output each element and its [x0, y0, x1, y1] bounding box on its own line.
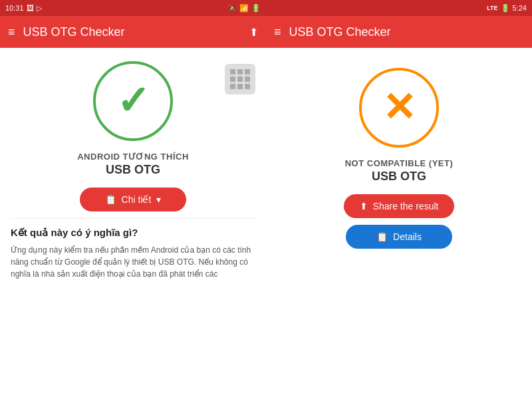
right-app-bar: ≡ USB OTG Checker [266, 16, 532, 48]
grid-dot [237, 69, 243, 74]
left-content: ✓ ANDROID Tương thích USB OTG 📋 Chi tiết… [0, 48, 266, 399]
grid-dot [245, 69, 250, 74]
right-content: ✕ NOT COMPATIBLE (YET) USB OTG ⬆ Share t… [266, 48, 532, 399]
left-status-time: 10:31 🖼 ▷ [5, 4, 42, 13]
share-btn-icon: ⬆ [360, 201, 368, 211]
left-app-bar: ≡ USB OTG Checker ⬆ [0, 16, 266, 48]
right-phone-panel: LTE 🔋 5:24 ≡ USB OTG Checker ✕ NOT COMPA… [266, 0, 532, 399]
left-time: 10:31 [5, 4, 24, 12]
left-result-line1: ANDROID Tương thích [77, 152, 189, 162]
checkmark-icon: ✓ [116, 81, 150, 121]
left-hamburger-icon[interactable]: ≡ [8, 25, 15, 39]
left-app-title: USB OTG Checker [23, 25, 241, 39]
left-share-icon[interactable]: ⬆ [249, 26, 258, 39]
right-battery-icon: 🔋 [501, 4, 510, 13]
right-status-right: LTE 🔋 5:24 [487, 4, 527, 13]
right-status-bar: LTE 🔋 5:24 [266, 0, 532, 16]
grid-dot [245, 76, 250, 82]
left-description-title: Kết quả này có ý nghĩa gì? [11, 227, 255, 239]
share-btn-label: Share the result [373, 201, 439, 211]
grid-dot [237, 84, 243, 89]
right-app-title: USB OTG Checker [289, 25, 524, 39]
lte-icon: LTE [487, 5, 497, 11]
left-description-text: Ứng dụng này kiểm tra nếu phần mềm Andro… [11, 244, 255, 280]
left-result-line2: USB OTG [106, 163, 160, 177]
xmark-icon: ✕ [382, 88, 416, 128]
right-result-circle: ✕ [359, 68, 439, 148]
right-details-button[interactable]: 📋 Details [346, 225, 452, 249]
right-time: 5:24 [513, 4, 527, 12]
grid-dot [245, 84, 250, 89]
left-btn-label: Chi tiết [122, 194, 152, 205]
mute-icon: 🔕 [227, 4, 237, 13]
left-result-circle: ✓ [93, 61, 173, 141]
share-result-button[interactable]: ⬆ Share the result [344, 194, 455, 218]
left-phone-panel: 10:31 🖼 ▷ 🔕 📶 🔋 ≡ USB OTG Checker ⬆ [0, 0, 266, 399]
grid-dot [230, 76, 235, 82]
right-result-line2: USB OTG [372, 170, 426, 184]
grid-dot [237, 76, 243, 82]
details-btn-label: Details [393, 231, 422, 242]
grid-dot [230, 84, 235, 89]
wifi-icon: 📶 [239, 4, 249, 13]
details-btn-icon: 📋 [376, 231, 388, 242]
grid-dot [230, 69, 235, 74]
grid-icon-container[interactable] [225, 64, 255, 94]
right-result-line1: NOT COMPATIBLE (YET) [345, 158, 454, 168]
notification-icon: 🖼 [27, 4, 34, 12]
grid-icon[interactable] [225, 64, 255, 94]
battery-icon: 🔋 [251, 4, 261, 13]
left-status-bar: 10:31 🖼 ▷ 🔕 📶 🔋 [0, 0, 266, 16]
right-hamburger-icon[interactable]: ≡ [274, 25, 281, 39]
left-btn-chevron: ▾ [156, 194, 161, 205]
left-description-section: Kết quả này có ý nghĩa gì? Ứng dụng này … [11, 218, 255, 280]
left-btn-icon: 📋 [105, 194, 116, 205]
media-icon: ▷ [37, 4, 42, 13]
left-status-icons: 🔕 📶 🔋 [227, 4, 261, 13]
left-details-button[interactable]: 📋 Chi tiết ▾ [80, 188, 186, 211]
